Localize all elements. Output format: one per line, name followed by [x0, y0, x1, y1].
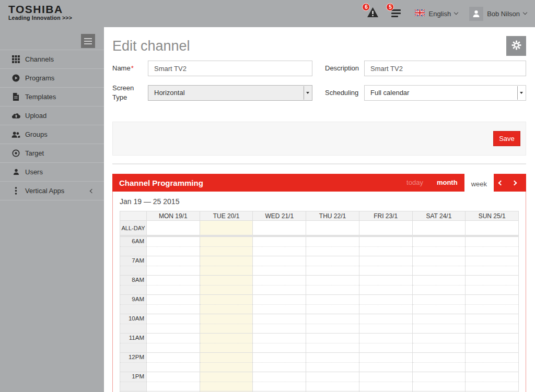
- uk-flag-icon: [415, 9, 425, 18]
- calendar-slot[interactable]: [359, 256, 412, 275]
- all-day-slot[interactable]: [359, 220, 412, 235]
- calendar-slot[interactable]: [200, 372, 253, 391]
- all-day-slot[interactable]: [200, 220, 253, 235]
- day-header: FRI 23/1: [359, 211, 412, 220]
- calendar-slot[interactable]: [412, 275, 466, 294]
- calendar-slot[interactable]: [200, 236, 253, 256]
- name-field[interactable]: [148, 61, 312, 76]
- calendar-slot[interactable]: [306, 275, 359, 294]
- sidebar-item-upload[interactable]: Upload: [0, 106, 104, 125]
- sidebar-nav: ChannelsProgramsTemplatesUploadGroupsTar…: [0, 50, 104, 200]
- calendar-slot[interactable]: [359, 352, 412, 372]
- all-day-slot[interactable]: [252, 220, 306, 235]
- calendar-slot[interactable]: [252, 314, 306, 333]
- all-day-slot[interactable]: [412, 220, 466, 235]
- today-button[interactable]: today: [400, 174, 430, 192]
- calendar-slot[interactable]: [359, 294, 412, 314]
- calendar-slot[interactable]: [412, 236, 466, 256]
- time-axis-label: 1PM: [120, 372, 146, 391]
- calendar-slot[interactable]: [200, 294, 253, 314]
- calendar-slot[interactable]: [200, 352, 253, 372]
- calendar-slot[interactable]: [359, 275, 412, 294]
- calendar-slot[interactable]: [252, 275, 306, 294]
- day-header: SUN 25/1: [465, 211, 518, 220]
- calendar-slot[interactable]: [252, 294, 306, 314]
- calendar-slot[interactable]: [200, 256, 253, 275]
- calendar-slot[interactable]: [465, 275, 518, 294]
- sidebar-item-target[interactable]: Target: [0, 144, 104, 162]
- sidebar-item-groups[interactable]: Groups: [0, 125, 104, 144]
- prev-week-button[interactable]: [494, 174, 507, 192]
- scheduling-select[interactable]: Full calendar: [364, 85, 526, 101]
- sidebar-item-users[interactable]: Users: [0, 162, 104, 181]
- all-day-slot[interactable]: [146, 220, 200, 235]
- calendar-slot[interactable]: [465, 352, 518, 372]
- calendar-slot[interactable]: [146, 256, 200, 275]
- calendar-slot[interactable]: [146, 352, 200, 372]
- required-asterisk: *: [131, 64, 134, 72]
- calendar-slot[interactable]: [465, 372, 518, 391]
- calendar-slot[interactable]: [146, 314, 200, 333]
- calendar-slot[interactable]: [412, 352, 466, 372]
- calendar-slot[interactable]: [306, 372, 359, 391]
- calendar-slot[interactable]: [200, 314, 253, 333]
- calendar-slot[interactable]: [146, 236, 200, 256]
- save-button[interactable]: Save: [493, 131, 520, 146]
- calendar-slot[interactable]: [359, 333, 412, 352]
- month-view-button[interactable]: month: [430, 174, 464, 192]
- calendar-toolbar: today month week: [400, 174, 521, 192]
- calendar-slot[interactable]: [465, 256, 518, 275]
- sidebar-toggle-button[interactable]: [81, 34, 95, 48]
- sidebar-item-vertical-apps[interactable]: Vertical Apps: [0, 181, 104, 200]
- calendar-slot[interactable]: [306, 294, 359, 314]
- calendar-slot[interactable]: [412, 294, 466, 314]
- alerts-list-button[interactable]: 5: [391, 7, 403, 20]
- calendar-slot[interactable]: [252, 372, 306, 391]
- language-selector[interactable]: English: [415, 9, 458, 18]
- sidebar-item-templates[interactable]: Templates: [0, 87, 104, 106]
- user-menu[interactable]: Bob Nilson: [469, 7, 527, 21]
- all-day-slot[interactable]: [306, 220, 359, 235]
- sidebar-item-channels[interactable]: Channels: [0, 50, 104, 68]
- calendar-slot[interactable]: [306, 236, 359, 256]
- calendar-slot[interactable]: [146, 372, 200, 391]
- calendar-slot[interactable]: [306, 256, 359, 275]
- calendar-slot[interactable]: [412, 333, 466, 352]
- calendar-slot[interactable]: [412, 256, 466, 275]
- calendar-slot[interactable]: [306, 352, 359, 372]
- calendar-slot[interactable]: [252, 352, 306, 372]
- calendar-slot[interactable]: [465, 294, 518, 314]
- calendar-slot[interactable]: [146, 294, 200, 314]
- description-label: Description: [325, 64, 364, 73]
- calendar-slot[interactable]: [252, 236, 306, 256]
- calendar-slot[interactable]: [359, 314, 412, 333]
- calendar-slot[interactable]: [465, 236, 518, 256]
- calendar-slot[interactable]: [306, 333, 359, 352]
- day-header: SAT 24/1: [412, 211, 466, 220]
- calendar-slot[interactable]: [306, 314, 359, 333]
- screen-type-select[interactable]: Horizontal: [148, 85, 312, 101]
- calendar-slot[interactable]: [252, 256, 306, 275]
- calendar-slot[interactable]: [412, 372, 466, 391]
- description-field[interactable]: [364, 61, 526, 76]
- calendar-slot[interactable]: [359, 372, 412, 391]
- calendar-slot[interactable]: [465, 314, 518, 333]
- settings-button[interactable]: [506, 36, 526, 56]
- next-week-button[interactable]: [507, 174, 521, 192]
- calendar-slot[interactable]: [252, 333, 306, 352]
- sidebar-item-programs[interactable]: Programs: [0, 68, 104, 87]
- calendar-slot[interactable]: [146, 275, 200, 294]
- calendar-slot[interactable]: [412, 314, 466, 333]
- language-label: English: [428, 10, 451, 18]
- alerts-warning-button[interactable]: 6: [367, 7, 379, 20]
- all-day-label: ALL-DAY: [120, 220, 146, 235]
- time-axis-label: 7AM: [120, 256, 146, 275]
- calendar-slot[interactable]: [359, 236, 412, 256]
- calendar-slot[interactable]: [146, 333, 200, 352]
- calendar-slot[interactable]: [200, 275, 253, 294]
- week-view-button[interactable]: week: [464, 174, 494, 195]
- calendar-slot[interactable]: [200, 333, 253, 352]
- all-day-slot[interactable]: [465, 220, 518, 235]
- toshiba-logo[interactable]: TOSHIBA Leading Innovation >>>: [8, 4, 72, 21]
- calendar-slot[interactable]: [465, 333, 518, 352]
